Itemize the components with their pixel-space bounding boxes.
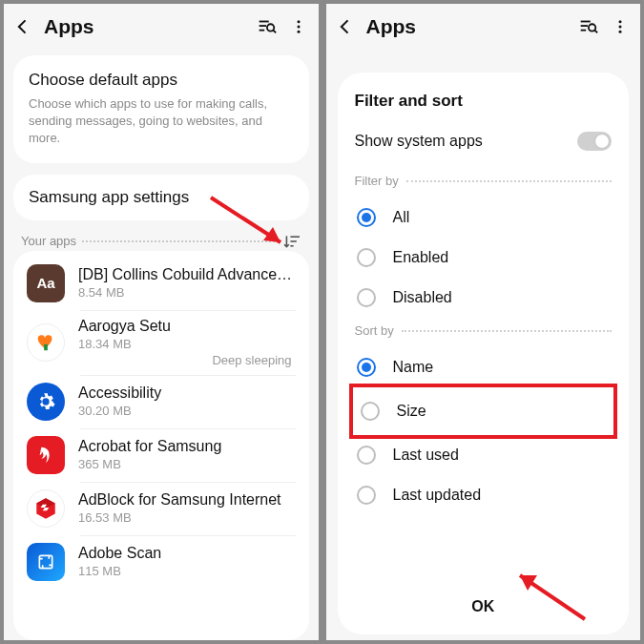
radio-icon <box>357 248 376 267</box>
sort-option-size[interactable]: Size <box>359 391 609 431</box>
filter-by-header: Filter by <box>355 174 613 188</box>
list-item[interactable]: Aarogya Setu 18.34 MB Deep sleeping <box>13 310 309 375</box>
svg-point-3 <box>266 24 273 31</box>
modal-title: Filter and sort <box>355 92 613 111</box>
list-item[interactable]: AdBlock for Samsung Internet 16.53 MB <box>13 482 309 535</box>
ok-button[interactable]: OK <box>462 594 504 619</box>
app-icon <box>27 543 65 581</box>
svg-line-22 <box>594 31 597 33</box>
search-icon[interactable] <box>256 16 277 37</box>
default-apps-subtitle: Choose which apps to use for making call… <box>29 95 294 148</box>
default-apps-title: Choose default apps <box>29 71 294 90</box>
app-icon <box>27 383 65 421</box>
sort-option-last-used[interactable]: Last used <box>355 435 613 475</box>
more-icon[interactable] <box>290 16 307 37</box>
app-size: 18.34 MB <box>78 337 296 351</box>
app-name: [DB] Collins Cobuild Advanced Di.. <box>78 266 296 283</box>
filter-option-enabled[interactable]: Enabled <box>355 238 613 278</box>
radio-label: Last used <box>393 447 459 464</box>
list-item[interactable]: Acrobat for Samsung 365 MB <box>13 428 309 482</box>
svg-point-21 <box>589 24 595 31</box>
search-icon[interactable] <box>577 16 598 37</box>
list-item[interactable]: Aa [DB] Collins Cobuild Advanced Di.. 8.… <box>13 257 309 310</box>
app-name: Aarogya Setu <box>78 318 296 335</box>
more-icon[interactable] <box>612 16 629 37</box>
back-icon[interactable] <box>13 17 32 36</box>
radio-label: Disabled <box>393 289 452 306</box>
list-item[interactable]: Accessibility 30.20 MB <box>13 375 309 428</box>
app-icon <box>27 436 65 474</box>
svg-line-4 <box>273 31 276 33</box>
filter-sort-modal: Filter and sort Show system apps Filter … <box>338 73 630 634</box>
right-screen: Apps Filter and sort Show system apps Fi… <box>322 0 645 644</box>
svg-point-6 <box>297 26 300 29</box>
your-apps-header: Your apps <box>13 232 309 251</box>
radio-icon <box>361 402 380 421</box>
app-list: Aa [DB] Collins Cobuild Advanced Di.. 8.… <box>13 251 309 640</box>
filter-option-disabled[interactable]: Disabled <box>355 278 613 318</box>
sort-by-header: Sort by <box>355 323 613 338</box>
page-title: Apps <box>44 15 256 38</box>
svg-point-7 <box>297 31 300 33</box>
svg-point-5 <box>297 20 300 23</box>
svg-rect-15 <box>39 555 52 568</box>
app-size: 115 MB <box>78 564 296 578</box>
app-size: 365 MB <box>78 457 296 471</box>
page-title: Apps <box>366 15 578 38</box>
radio-icon <box>357 288 376 307</box>
svg-point-25 <box>619 31 622 33</box>
show-system-toggle-row[interactable]: Show system apps <box>355 132 613 151</box>
divider <box>82 240 274 242</box>
radio-icon <box>357 208 376 227</box>
left-screen: Apps Choose default apps Choose which ap… <box>0 0 322 644</box>
app-icon <box>27 489 65 528</box>
radio-label: All <box>393 209 410 226</box>
modal-actions: OK <box>355 585 613 621</box>
app-name: AdBlock for Samsung Internet <box>78 491 296 509</box>
svg-point-24 <box>619 26 622 29</box>
app-icon: Aa <box>27 264 65 302</box>
back-icon[interactable] <box>336 17 355 36</box>
radio-label: Size <box>397 403 426 420</box>
app-name: Accessibility <box>78 384 296 402</box>
samsung-settings-title: Samsung app settings <box>29 188 294 207</box>
default-apps-card[interactable]: Choose default apps Choose which apps to… <box>13 55 309 163</box>
radio-icon <box>357 446 376 465</box>
radio-icon <box>357 486 376 505</box>
topbar: Apps <box>326 4 641 50</box>
annotation-highlight: Size <box>349 384 618 439</box>
sort-option-last-updated[interactable]: Last updated <box>355 475 613 515</box>
radio-label: Last updated <box>393 487 482 504</box>
app-size: 16.53 MB <box>78 510 296 525</box>
topbar: Apps <box>4 4 319 50</box>
samsung-settings-card[interactable]: Samsung app settings <box>13 175 309 220</box>
radio-label: Enabled <box>393 249 449 266</box>
app-size: 8.54 MB <box>78 285 296 300</box>
show-system-label: Show system apps <box>355 133 578 150</box>
divider <box>406 180 612 182</box>
sort-icon[interactable] <box>282 234 301 249</box>
list-item[interactable]: Adobe Scan 115 MB <box>13 535 309 589</box>
app-name: Adobe Scan <box>78 545 296 562</box>
svg-point-23 <box>619 20 622 23</box>
app-size: 30.20 MB <box>78 404 296 418</box>
your-apps-label: Your apps <box>21 234 76 248</box>
sort-option-name[interactable]: Name <box>355 347 613 387</box>
svg-rect-12 <box>44 343 48 349</box>
filter-by-label: Filter by <box>355 174 399 188</box>
filter-option-all[interactable]: All <box>355 197 613 238</box>
toggle-switch[interactable] <box>577 132 612 151</box>
radio-icon <box>357 358 376 377</box>
radio-label: Name <box>393 359 434 376</box>
app-icon <box>27 323 65 362</box>
app-status: Deep sleeping <box>78 353 292 367</box>
divider <box>402 330 612 332</box>
sort-by-label: Sort by <box>355 323 394 338</box>
app-name: Acrobat for Samsung <box>78 438 296 455</box>
